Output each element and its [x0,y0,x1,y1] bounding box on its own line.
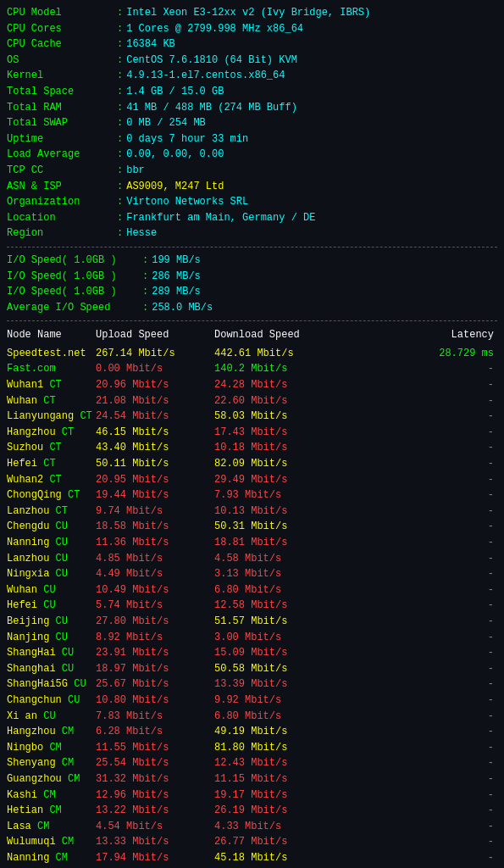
cpu-cores-row: CPU Cores : 1 Cores @ 2799.998 MHz x86_6… [7,21,497,37]
table-row: Xi an CU 7.83 Mbit/s 6.80 Mbit/s - [7,709,497,725]
divider-1 [7,247,497,248]
node-name-cell: ShangHai5G CU [7,676,96,693]
upload-speed-cell: 18.97 Mbit/s [96,661,214,677]
system-info: CPU Model : Intel Xeon E3-12xx v2 (Ivy B… [7,5,497,242]
isp-label: CU [62,647,74,659]
upload-speed-cell: 6.28 Mbit/s [96,724,214,740]
node-name-cell: Suzhou CT [7,440,96,456]
download-speed-cell: 6.80 Mbit/s [214,582,333,598]
latency-cell: - [333,709,497,725]
download-speed-cell: 26.77 Mbit/s [214,834,333,850]
asn-isp-label: ASN & ISP [7,179,117,195]
latency-cell: - [333,598,497,614]
table-row: Shanghai CU 18.97 Mbit/s 50.58 Mbit/s - [7,661,497,677]
load-avg-row: Load Average : 0.00, 0.00, 0.00 [7,147,497,163]
upload-speed-cell: 10.80 Mbit/s [96,693,214,709]
isp-label: CM [37,821,49,832]
uptime-row: Uptime : 0 days 7 hour 33 min [7,131,497,147]
node-name-cell: Speedtest.net [7,346,96,362]
cpu-cache-row: CPU Cache : 16384 KB [7,36,497,53]
isp-label: CM [49,742,61,754]
upload-speed-cell: 24.54 Mbit/s [96,409,214,425]
isp-label: CU [56,568,68,580]
latency-cell: - [333,361,497,377]
upload-speed-cell: 4.85 Mbit/s [96,551,214,567]
latency-cell: - [333,755,497,771]
table-row: Wulumuqi CM 13.33 Mbit/s 26.77 Mbit/s - [7,834,497,850]
table-row: Changchun CU 10.80 Mbit/s 9.92 Mbit/s - [7,693,497,709]
os-label: OS [7,53,117,69]
table-row: Wuhan CU 10.49 Mbit/s 6.80 Mbit/s - [7,582,497,598]
total-space-value: 1.4 GB / 15.0 GB [126,84,224,100]
load-avg-label: Load Average [7,147,117,163]
io-value: 258.0 MB/s [152,300,213,316]
table-row: ChongQing CT 19.44 Mbit/s 7.93 Mbit/s - [7,487,497,504]
table-row: Fast.com 0.00 Mbit/s 140.2 Mbit/s - [7,361,497,377]
divider-2 [7,320,497,321]
table-row: Nanjing CU 8.92 Mbit/s 3.00 Mbit/s - [7,630,497,646]
latency-cell: - [333,440,497,456]
latency-cell: - [333,645,497,661]
table-row: Ningbo CM 11.55 Mbit/s 81.80 Mbit/s - [7,740,497,756]
upload-speed-cell: 21.08 Mbit/s [96,393,214,409]
latency-cell: - [333,819,497,835]
isp-label: CU [43,584,55,596]
table-row: ShangHai CU 23.91 Mbit/s 15.09 Mbit/s - [7,645,497,661]
download-speed-cell: 19.17 Mbit/s [214,787,333,804]
node-name-cell: Kashi CM [7,787,96,804]
latency-cell: - [333,740,497,756]
upload-speed-cell: 0.00 Mbit/s [96,361,214,377]
table-row: Suzhou CT 43.40 Mbit/s 10.18 Mbit/s - [7,440,497,456]
total-ram-row: Total RAM : 41 MB / 488 MB (274 MB Buff) [7,100,497,116]
latency-cell: - [333,425,497,441]
asn-isp-value: AS9009, M247 Ltd [126,179,224,195]
tcp-cc-value: bbr [126,163,145,179]
table-row: Speedtest.net 267.14 Mbit/s 442.61 Mbit/… [7,346,497,362]
isp-label: CT [80,410,91,422]
latency-cell: - [333,551,497,567]
latency-cell: - [333,661,497,677]
latency-cell: - [333,456,497,472]
table-row: Hangzhou CT 46.15 Mbit/s 17.43 Mbit/s - [7,425,497,441]
isp-label: CU [56,615,68,627]
asn-isp-row: ASN & ISP : AS9009, M247 Ltd [7,179,497,195]
region-value: Hesse [126,225,157,242]
isp-label: CU [62,663,74,675]
upload-speed-cell: 25.54 Mbit/s [96,755,214,771]
upload-speed-cell: 46.15 Mbit/s [96,425,214,441]
kernel-label: Kernel [7,68,117,84]
upload-speed-cell: 11.36 Mbit/s [96,535,214,551]
isp-label: CM [62,836,74,848]
upload-speed-cell: 13.22 Mbit/s [96,803,214,819]
node-name-cell: Wulumuqi CM [7,834,96,850]
latency-cell: - [333,472,497,488]
isp-label: CU [56,553,68,565]
table-row: Kashi CM 12.96 Mbit/s 19.17 Mbit/s - [7,787,497,804]
total-swap-label: Total SWAP [7,115,117,131]
download-speed-cell: 45.18 Mbit/s [214,850,333,866]
node-name-cell: Lianyungang CT [7,409,96,425]
upload-speed-cell: 20.95 Mbit/s [96,472,214,488]
total-ram-label: Total RAM [7,100,117,116]
download-speed-cell: 9.92 Mbit/s [214,693,333,709]
upload-speed-cell: 267.14 Mbit/s [96,346,214,362]
col-header-node: Node Name [7,326,96,346]
node-name-cell: Ningxia CU [7,566,96,582]
node-name-cell: Hetian CM [7,803,96,819]
latency-cell: - [333,850,497,866]
download-speed-cell: 10.13 Mbit/s [214,504,333,520]
node-name-cell: Lanzhou CU [7,551,96,567]
io-row: I/O Speed( 1.0GB ) : 199 MB/s [7,253,497,269]
upload-speed-cell: 20.96 Mbit/s [96,377,214,393]
download-speed-cell: 51.57 Mbit/s [214,614,333,630]
latency-cell: 28.729 ms [333,346,497,362]
download-speed-cell: 49.19 Mbit/s [214,724,333,740]
col-header-upload: Upload Speed [96,326,214,346]
node-name-cell: Chengdu CU [7,519,96,535]
io-label: I/O Speed( 1.0GB ) [7,253,142,269]
io-row: I/O Speed( 1.0GB ) : 289 MB/s [7,284,497,300]
node-name-cell: Wuhan CT [7,393,96,409]
latency-cell: - [333,566,497,582]
download-speed-cell: 3.13 Mbit/s [214,566,333,582]
tcp-cc-label: TCP CC [7,163,117,179]
